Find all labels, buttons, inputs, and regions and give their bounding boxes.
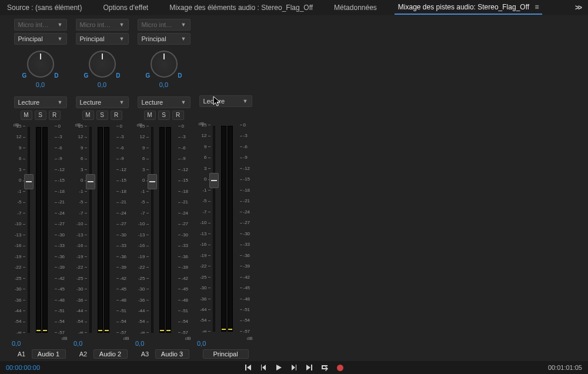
fader-scale-left: 15129630-1-5-7-10-13-16-19-22-25-30-36-4…: [199, 122, 211, 334]
pan-right-label: D: [178, 72, 182, 79]
db-label-bottom: dB: [185, 336, 191, 341]
fader-track[interactable]: [89, 127, 92, 333]
mute-button[interactable]: M: [82, 111, 94, 120]
tab-audio-track-mixer[interactable]: Mixage des pistes audio: Stereo_Flag_Off…: [395, 1, 543, 15]
go-to-in-icon[interactable]: [244, 363, 252, 372]
mute-button[interactable]: M: [144, 111, 156, 120]
play-icon[interactable]: [275, 363, 283, 372]
fader-handle[interactable]: [86, 174, 95, 189]
track-id: A2: [77, 350, 90, 358]
meter-scale-right: 0-3-6-9-12-15-18-21-24-27-30-33-36-39-42…: [240, 122, 253, 334]
pan-knob[interactable]: G D: [25, 48, 56, 80]
chevron-down-icon: ▼: [181, 22, 186, 28]
output-select-label: Principal: [80, 35, 105, 42]
tab-source[interactable]: Source : (sans élément): [4, 1, 85, 14]
automation-mode-select[interactable]: Lecture ▼: [138, 96, 191, 108]
fader-value[interactable]: 0,0: [135, 340, 144, 347]
fader-scale-left: 15129630-1-5-7-10-13-16-19-22-25-30-36-4…: [137, 123, 149, 335]
track-name-field[interactable]: Audio 3: [155, 349, 189, 359]
track-label-row: A3Audio 3: [133, 349, 195, 359]
pan-right-label: D: [116, 72, 120, 79]
pan-left-label: G: [146, 72, 151, 79]
chevron-down-icon: ▼: [181, 99, 186, 105]
input-select[interactable]: Micro int… ▼: [138, 19, 191, 31]
mixer-strip-master: Lecture ▼dB15129630-1-5-7-10-13-16-19-22…: [195, 16, 256, 361]
record-arm-button[interactable]: R: [49, 111, 61, 120]
transport-controls: [244, 363, 344, 372]
fader-scale-left: 15129630-1-5-7-10-13-16-19-22-25-30-36-4…: [75, 123, 87, 335]
output-select[interactable]: Principal ▼: [76, 33, 129, 45]
fader-section: dB15129630-1-5-7-10-13-16-19-22-25-30-36…: [75, 123, 129, 340]
tab-audio-clip-mixer[interactable]: Mixage des éléments audio : Stereo_Flag_…: [166, 1, 316, 14]
pan-right-label: D: [54, 72, 58, 79]
tab-audio-track-mixer-label: Mixage des pistes audio: Stereo_Flag_Off: [398, 3, 529, 11]
input-select[interactable]: Micro int… ▼: [14, 19, 67, 31]
go-to-out-icon[interactable]: [305, 363, 313, 372]
fader-section: dB15129630-1-5-7-10-13-16-19-22-25-30-36…: [137, 123, 191, 340]
tab-overflow-button[interactable]: >>: [575, 4, 584, 12]
chevron-down-icon: ▼: [58, 99, 63, 105]
input-select[interactable]: Micro int… ▼: [76, 19, 129, 31]
track-name-field[interactable]: Principal: [203, 349, 249, 359]
fader-track[interactable]: [28, 127, 30, 333]
tab-metadata[interactable]: Métadonnées: [330, 1, 380, 14]
mixer-strip-a3: Micro int… ▼ Principal ▼ G D 0,0 Lecture…: [133, 16, 195, 361]
step-back-icon[interactable]: [259, 363, 268, 372]
fader-handle[interactable]: [148, 174, 157, 189]
fader-handle[interactable]: [209, 173, 219, 188]
record-arm-button[interactable]: R: [111, 111, 122, 120]
fader-section: dB15129630-1-5-7-10-13-16-19-22-25-30-36…: [199, 122, 253, 340]
step-forward-icon[interactable]: [290, 363, 298, 372]
automation-mode-label: Lecture: [18, 99, 40, 106]
automation-mode-label: Lecture: [203, 98, 225, 105]
meter-scale-right: 0-3-6-9-12-15-18-21-24-27-30-33-36-39-42…: [116, 123, 129, 335]
fader-track[interactable]: [213, 126, 215, 332]
output-select[interactable]: Principal ▼: [14, 33, 67, 45]
fader-track[interactable]: [151, 127, 153, 333]
tab-effect-options[interactable]: Options d'effet: [99, 1, 152, 14]
fader-section: dB15129630-1-5-7-10-13-16-19-22-25-30-36…: [14, 123, 68, 340]
pan-left-label: G: [22, 72, 27, 79]
solo-button[interactable]: S: [35, 111, 46, 120]
chevron-down-icon: ▼: [181, 36, 186, 42]
mute-button[interactable]: M: [21, 111, 32, 120]
fader-handle[interactable]: [24, 174, 34, 189]
solo-button[interactable]: S: [96, 111, 108, 120]
fader-value[interactable]: 0,0: [74, 340, 82, 347]
solo-button[interactable]: S: [158, 111, 170, 120]
level-meter: [159, 127, 171, 333]
fader-value[interactable]: 0,0: [197, 340, 206, 347]
mixer-strip-a1: Micro int… ▼ Principal ▼ G D 0,0 Lecture…: [9, 16, 71, 361]
pan-left-label: G: [84, 72, 89, 79]
output-select[interactable]: Principal ▼: [138, 33, 191, 45]
mixer-strip-a2: Micro int… ▼ Principal ▼ G D 0,0 Lecture…: [71, 16, 133, 361]
pan-knob[interactable]: G D: [86, 48, 118, 80]
track-id: A1: [15, 350, 28, 358]
chevron-down-icon: ▼: [119, 36, 125, 42]
pan-knob[interactable]: G D: [148, 48, 180, 80]
fader-scale-left: 15129630-1-5-7-10-13-16-19-22-25-30-36-4…: [14, 123, 25, 335]
record-arm-button[interactable]: R: [172, 111, 184, 120]
fader-value[interactable]: 0,0: [12, 340, 21, 347]
track-name-field[interactable]: Audio 1: [32, 349, 66, 359]
record-icon[interactable]: [336, 363, 344, 372]
automation-mode-label: Lecture: [80, 99, 102, 106]
input-select-label: Micro int…: [18, 21, 49, 28]
pan-value[interactable]: 0,0: [159, 81, 168, 88]
level-meter: [221, 126, 233, 332]
loop-icon[interactable]: [320, 363, 329, 372]
automation-mode-select[interactable]: Lecture ▼: [76, 96, 129, 108]
db-label-bottom: dB: [123, 336, 129, 341]
track-label-row: Principal: [195, 349, 256, 359]
track-name-field[interactable]: Audio 2: [93, 349, 128, 359]
meter-scale-right: 0-3-6-9-12-15-18-21-24-27-30-33-36-39-42…: [55, 123, 68, 335]
automation-mode-select[interactable]: Lecture ▼: [14, 96, 67, 108]
pan-value[interactable]: 0,0: [36, 81, 45, 88]
output-select-label: Principal: [142, 35, 166, 42]
timecode-current[interactable]: 00:00:00:00: [6, 364, 40, 371]
panel-menu-icon[interactable]: ≡: [534, 3, 539, 11]
automation-mode-label: Lecture: [142, 99, 163, 106]
pan-value[interactable]: 0,0: [98, 81, 106, 88]
track-id: A3: [139, 350, 152, 358]
automation-mode-select[interactable]: Lecture ▼: [199, 95, 252, 107]
